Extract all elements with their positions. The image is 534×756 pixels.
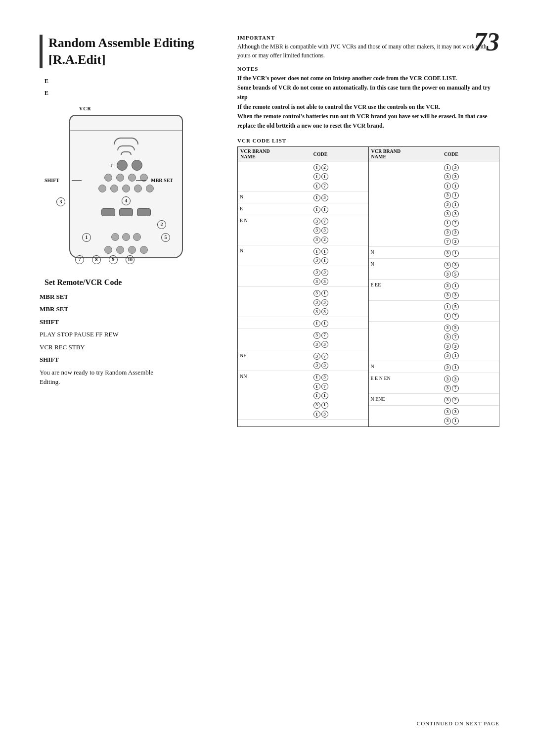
right-column: IMPORTANT Although the MBR is compatible… [237, 35, 499, 427]
brand-cell: NE [238, 350, 311, 371]
step-e1: E [40, 77, 222, 85]
code-cell: 37 33 [311, 329, 368, 350]
brand-cell: E E N EN [369, 373, 442, 393]
mbr-arrow [136, 180, 146, 181]
brand-cell [238, 287, 311, 317]
page-number: 73 [474, 27, 499, 56]
left-column: Random Assemble Editing[R.A.Edit] E E VC… [40, 35, 222, 427]
table-row: N ENE 32 [369, 393, 499, 405]
code-cell: 12 11 17 [311, 161, 368, 191]
code-cell: 33 37 [442, 373, 499, 393]
btn-row-play [75, 208, 177, 216]
brand-cell [369, 405, 442, 426]
remote-btn-sm7 [122, 185, 130, 192]
code-cell: 37 33 [311, 350, 368, 371]
section-title: Random Assemble Editing[R.A.Edit] [40, 35, 222, 68]
remote-diagram: VCR [44, 106, 173, 269]
code-cell: 13 [311, 191, 368, 203]
brand-cell: N [369, 361, 442, 373]
important-title: IMPORTANT [237, 35, 499, 41]
brand-cell: E EE [369, 280, 442, 300]
th-code-left: CODE [311, 147, 368, 161]
step-e2: E [40, 89, 222, 97]
brand-cell: N [238, 191, 311, 203]
circle-10: 10 [126, 255, 134, 264]
bottom-circles: 7 8 9 10 [74, 255, 135, 264]
circle-5: 5 [161, 233, 170, 242]
code-cell: 11 31 [311, 245, 368, 266]
th-brand-right: VCR BRANDNAME [369, 147, 442, 161]
notes-text: If the VCR's power does not come on Ints… [237, 74, 499, 131]
remote-btn-sm9 [146, 185, 154, 192]
code-cell: 35 37 33 31 [442, 322, 499, 361]
table-row: E 11 [238, 203, 368, 215]
remote-btn-sm6 [110, 185, 118, 192]
remote-btn-bot4 [140, 246, 148, 254]
step-item-6: SHIFT [40, 355, 222, 365]
table-row: 33 31 [369, 405, 499, 426]
shift-arrow [72, 180, 82, 181]
remote-btn-sm2 [116, 174, 124, 182]
btn-row-bottom [75, 246, 177, 254]
remote-btn-sm1 [104, 174, 112, 182]
brand-cell [238, 317, 311, 329]
important-text: Although the MBR is compatible with JVC … [237, 42, 499, 60]
notes-box: NOTES If the VCR's power does not come o… [237, 66, 499, 131]
table-row: 12 11 17 [238, 161, 368, 191]
brand-cell: E N [238, 215, 311, 245]
brand-cell: E [238, 203, 311, 215]
code-cell: 13 17 11 31 13 [311, 371, 368, 419]
brand-cell: N [369, 247, 442, 259]
remote-btn-misc2 [122, 233, 130, 241]
step-item-4: PLAY STOP PAUSE FF REW [40, 330, 222, 339]
vcr-code-list-title: VCR CODE LIST [237, 138, 499, 143]
table-row: 15 17 [369, 300, 499, 321]
remote-btn-sm3 [128, 174, 136, 182]
remote-btn-bot2 [116, 246, 124, 254]
code-cell: 31 [442, 361, 499, 373]
brand-cell [238, 329, 311, 350]
table-row: NE 37 33 [238, 350, 368, 371]
step-item-2: MBR SET [40, 304, 222, 314]
remote-btn-play3 [137, 208, 151, 216]
important-box: IMPORTANT Although the MBR is compatible… [237, 35, 499, 60]
vcr-table-wrap: VCR BRANDNAME CODE 12 11 17 [237, 146, 499, 427]
brand-cell: N [238, 245, 311, 266]
btn-row-tw: T [75, 160, 177, 171]
signal-waves [75, 138, 177, 155]
vcr-table-right: VCR BRANDNAME CODE 13 33 11 [369, 147, 499, 426]
table-row: 31 33 33 [238, 287, 368, 317]
notes-title: NOTES [237, 66, 499, 72]
content-wrap: Random Assemble Editing[R.A.Edit] E E VC… [40, 35, 499, 427]
step-item-5: VCR REC STBY [40, 342, 222, 352]
code-cell: 33 33 [311, 266, 368, 287]
shift-label: SHIFT [44, 178, 59, 183]
remote-btn-w [132, 160, 142, 171]
brand-cell [369, 322, 442, 361]
step-item-3: SHIFT [40, 317, 222, 327]
code-cell: 33 35 [442, 259, 499, 280]
mbr-set-label: MBR SET [151, 178, 173, 183]
code-cell: 33 31 [442, 405, 499, 426]
vcr-table-left-inner: VCR BRANDNAME CODE 12 11 17 [238, 147, 368, 420]
code-cell: 31 33 [442, 280, 499, 300]
page: 73 Random Assemble Editing[R.A.Edit] E E… [0, 0, 534, 756]
remote-btn-misc1 [111, 233, 119, 241]
brand-cell: NN [238, 371, 311, 419]
circle-4: 4 [122, 196, 131, 205]
table-row: N 31 [369, 247, 499, 259]
code-cell: 31 33 33 [311, 287, 368, 317]
table-row: E EE 31 33 [369, 280, 499, 300]
remote-box: T [69, 115, 183, 258]
brand-cell [238, 161, 311, 191]
remote-top-bar [70, 116, 182, 131]
circle-2: 2 [157, 220, 166, 229]
remote-btn-sm5 [98, 185, 106, 192]
brand-cell: N ENE [369, 393, 442, 405]
step-item-7: You are now ready to try Random Assemble… [40, 368, 222, 387]
table-row: 13 33 11 31 31 33 17 33 72 [369, 161, 499, 247]
vcr-table-left: VCR BRANDNAME CODE 12 11 17 [238, 147, 369, 426]
table-row: 37 33 [238, 329, 368, 350]
brand-cell: N [369, 259, 442, 280]
table-row: N 11 31 [238, 245, 368, 266]
